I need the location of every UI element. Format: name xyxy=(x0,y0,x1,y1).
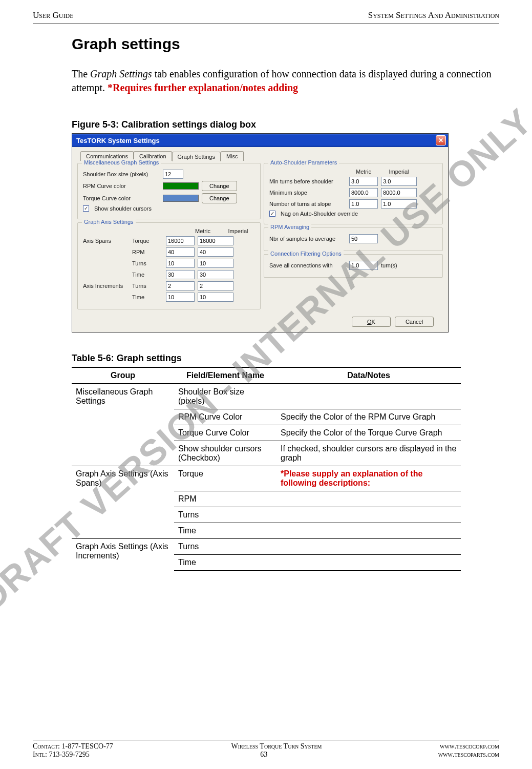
axis-turns-metric[interactable] xyxy=(166,259,195,268)
footer-system-name: Wireless Torque Turn System xyxy=(113,742,440,751)
figure-caption: Figure 5-3: Calibration settings dialog … xyxy=(72,119,495,130)
axis-rpm-imperial[interactable] xyxy=(198,247,233,257)
torque-color-swatch xyxy=(163,195,199,202)
fieldset-axis: Graph Axis Settings MetricImperial Axis … xyxy=(77,222,261,309)
page-footer: Contact: 1-877-TESCO-77 Wireless Torque … xyxy=(33,740,499,759)
footer-page-num: 63 xyxy=(90,751,438,759)
footer-contact: Contact: 1-877-TESCO-77 xyxy=(33,742,113,751)
footer-intl: Intl: 713-359-7295 xyxy=(33,751,90,759)
intro-note: *Requires further explanation/notes addi… xyxy=(108,82,298,93)
footer-url2: www.tescoparts.com xyxy=(438,751,499,759)
axis-inc-turns-metric[interactable] xyxy=(166,281,195,290)
table-field-cell: RPM Curve Color xyxy=(174,409,276,425)
header-left: User Guide xyxy=(33,10,73,20)
table-field-cell: Time xyxy=(174,555,276,571)
fieldset-misc-graph: Miscellaneous Graph Settings Shoulder Bo… xyxy=(77,163,261,219)
tab-graph-settings[interactable]: Graph Settings xyxy=(172,152,221,161)
graph-settings-table: Group Field/Element Name Data/Notes Misc… xyxy=(72,367,461,571)
table-field-cell: Shoulder Box size (pixels) xyxy=(174,384,276,409)
axis-turns-imperial[interactable] xyxy=(198,259,233,268)
auto-minimum slope-imperial[interactable] xyxy=(381,188,417,197)
rpm-avg-input[interactable] xyxy=(349,234,378,243)
axis-rpm-metric[interactable] xyxy=(166,247,195,257)
table-field-cell: Torque Curve Color xyxy=(174,425,276,441)
axis-torque-metric[interactable] xyxy=(166,236,195,245)
fieldset-auto-shoulder: Auto-Shoulder Parameters MetricImperial … xyxy=(264,163,443,224)
axis-inc-time-metric[interactable] xyxy=(166,293,195,302)
table-field-cell: Show shoulder cursors (Checkbox) xyxy=(174,441,276,466)
table-notes-cell: Specify the Color of the RPM Curve Graph xyxy=(276,409,461,425)
section-title: Graph settings xyxy=(72,35,495,53)
table-notes-cell: *Please supply an explanation of the fol… xyxy=(276,466,461,491)
table-group-cell: Miscellaneous Graph Settings xyxy=(72,384,174,466)
table-caption: Table 5-6: Graph settings xyxy=(72,353,495,364)
auto-number of turns at slope-metric[interactable] xyxy=(349,199,378,209)
settings-dialog: TesTORK System Settings ✕ Communications… xyxy=(72,133,449,332)
fieldset-rpm-averaging: RPM Averaging Nbr of samples to average xyxy=(264,227,443,251)
intro-paragraph: The Graph Settings tab enables configura… xyxy=(72,67,495,95)
auto-min turns before shoulder-metric[interactable] xyxy=(349,177,378,186)
nag-checkbox[interactable]: ✓ xyxy=(269,211,275,217)
show-shoulder-checkbox[interactable]: ✓ xyxy=(83,205,89,212)
table-field-cell: Torque xyxy=(174,466,276,491)
table-group-cell: Graph Axis Settings (Axis Increments) xyxy=(72,539,174,571)
axis-inc-time-imperial[interactable] xyxy=(198,293,233,302)
table-notes-cell xyxy=(276,539,461,555)
table-notes-cell xyxy=(276,491,461,507)
table-notes-cell: If checked, shoulder cursors are display… xyxy=(276,441,461,466)
axis-time-metric[interactable] xyxy=(166,270,195,279)
table-notes-cell xyxy=(276,507,461,523)
cancel-button[interactable]: Cancel xyxy=(395,317,434,327)
table-field-cell: Turns xyxy=(174,539,276,555)
axis-time-imperial[interactable] xyxy=(198,270,233,279)
table-notes-cell xyxy=(276,555,461,571)
tab-misc[interactable]: Misc xyxy=(221,151,244,161)
page-header: User Guide System Settings And Administr… xyxy=(33,8,499,24)
ok-button[interactable]: OK xyxy=(352,317,391,327)
table-field-cell: Time xyxy=(174,523,276,539)
dialog-titlebar: TesTORK System Settings ✕ xyxy=(72,134,448,147)
rpm-color-swatch xyxy=(163,182,199,190)
table-notes-cell xyxy=(276,384,461,409)
axis-torque-imperial[interactable] xyxy=(198,236,233,245)
fieldset-conn-filter: Connection Filtering Options Save all co… xyxy=(264,254,443,278)
table-field-cell: RPM xyxy=(174,491,276,507)
axis-inc-turns-imperial[interactable] xyxy=(198,281,233,290)
footer-url1: www.tescocorp.com xyxy=(440,742,499,751)
auto-number of turns at slope-imperial[interactable] xyxy=(381,199,417,209)
table-field-cell: Turns xyxy=(174,507,276,523)
auto-min turns before shoulder-imperial[interactable] xyxy=(381,177,417,186)
conn-filter-input[interactable] xyxy=(349,261,378,270)
table-notes-cell: Specify the Color of the Torque Curve Gr… xyxy=(276,425,461,441)
auto-minimum slope-metric[interactable] xyxy=(349,188,378,197)
shoulder-box-input[interactable] xyxy=(163,170,183,179)
table-group-cell: Graph Axis Settings (Axis Spans) xyxy=(72,466,174,539)
table-notes-cell xyxy=(276,523,461,539)
close-icon[interactable]: ✕ xyxy=(436,135,446,146)
header-right: System Settings And Administration xyxy=(368,10,499,20)
torque-color-change-button[interactable]: Change xyxy=(202,193,237,203)
rpm-color-change-button[interactable]: Change xyxy=(202,181,237,191)
dialog-title: TesTORK System Settings xyxy=(76,137,160,144)
